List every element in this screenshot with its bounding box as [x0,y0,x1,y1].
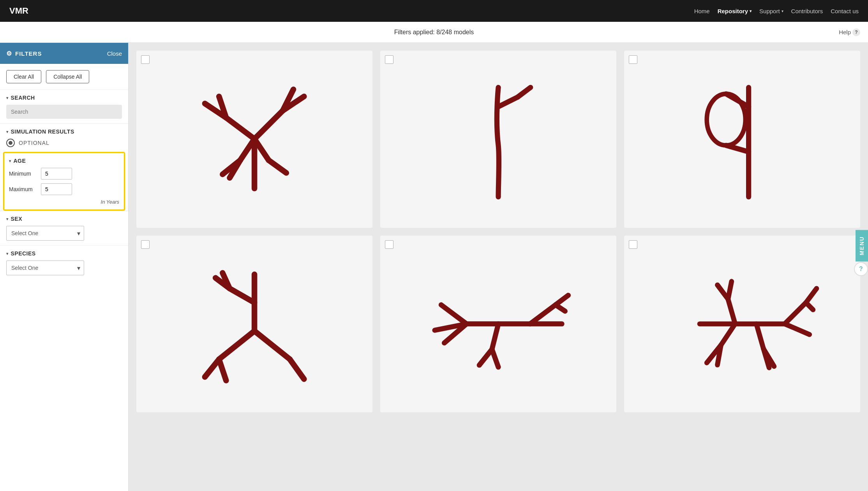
help-icon: ? [852,28,860,36]
age-chevron-icon: ▾ [9,159,11,163]
model-card-6-checkbox[interactable] [629,240,637,249]
close-button[interactable]: Close [107,50,122,57]
model-card-6[interactable] [624,236,860,413]
svg-line-37 [492,349,498,367]
search-input[interactable] [6,105,122,119]
svg-line-13 [518,88,531,97]
filters-applied-text: Filters applied: 8/248 models [394,29,474,36]
sidebar-scroll: ▾ SEARCH ▾ SIMULATION RESULTS OPTIONAL [0,90,128,491]
simulation-chevron-icon: ▾ [6,130,9,134]
nav-support[interactable]: Support ▾ [759,8,783,14]
svg-line-46 [721,324,735,345]
collapse-all-button[interactable]: Collapse All [46,70,89,83]
simulation-section-header[interactable]: ▾ SIMULATION RESULTS [6,128,122,135]
simulation-radio-row: OPTIONAL [6,139,122,147]
search-chevron-icon: ▾ [6,96,9,100]
age-maximum-label: Maximum [9,186,36,192]
repository-chevron-icon: ▾ [750,9,752,13]
age-minimum-input[interactable] [41,168,72,180]
species-chevron-icon: ▾ [6,252,9,256]
svg-line-31 [530,305,556,324]
species-section: ▾ SPECIES Select One Human Porcine Ovine… [0,245,128,280]
side-help-icon[interactable]: ? [854,262,868,276]
age-unit-label: In Years [9,199,119,205]
svg-line-22 [219,359,226,381]
model-card-5[interactable] [380,236,616,413]
age-maximum-input[interactable] [41,183,72,195]
model-card-2-image [416,68,581,210]
species-select[interactable]: Select One Human Porcine Ovine [6,260,84,275]
svg-line-35 [492,324,498,349]
svg-line-51 [764,348,769,368]
svg-line-39 [785,303,806,324]
simulation-radio-button[interactable] [6,139,15,147]
sex-select[interactable]: Select One Male Female Unknown [6,226,84,241]
svg-line-40 [806,289,817,303]
svg-line-20 [254,331,290,359]
sex-section: ▾ SEX Select One Male Female Unknown ▾ [0,211,128,245]
svg-line-12 [498,97,518,107]
sidebar-title: ⚙ FILTERS [6,50,42,57]
svg-line-36 [479,349,492,365]
nav-links: Home Repository ▾ Support ▾ Contributors… [694,8,859,14]
clear-all-button[interactable]: Clear All [6,70,41,83]
svg-line-17 [726,146,749,152]
help-button[interactable]: Help ? [839,28,860,36]
svg-line-2 [254,111,283,139]
svg-line-42 [785,324,810,334]
model-card-1-image [172,68,337,210]
model-card-4-checkbox[interactable] [141,240,150,249]
svg-line-45 [728,282,732,299]
model-card-2-checkbox[interactable] [385,55,393,64]
svg-line-19 [219,331,254,359]
sex-section-header[interactable]: ▾ SEX [6,216,122,222]
svg-line-48 [717,345,721,365]
species-select-wrapper: Select One Human Porcine Ovine ▾ [6,260,84,275]
model-card-3-image [660,68,825,210]
model-card-3[interactable] [624,51,860,228]
menu-tab[interactable]: MENU [856,230,868,261]
model-card-1-checkbox[interactable] [141,55,150,64]
svg-line-49 [756,324,763,349]
sidebar: ⚙ FILTERS Close Clear All Collapse All ▾… [0,43,129,491]
svg-line-28 [441,305,466,324]
model-card-6-image [660,253,825,395]
sidebar-header: ⚙ FILTERS Close [0,43,128,64]
svg-line-21 [205,359,219,377]
nav-contributors[interactable]: Contributors [791,8,823,14]
svg-line-1 [226,118,254,139]
main-layout: ⚙ FILTERS Close Clear All Collapse All ▾… [0,43,868,491]
svg-line-41 [806,303,813,310]
sex-chevron-icon: ▾ [6,217,9,221]
search-section: ▾ SEARCH [0,90,128,123]
age-minimum-label: Minimum [9,171,36,177]
support-chevron-icon: ▾ [782,9,783,13]
logo: VMR [9,6,28,16]
search-section-header[interactable]: ▾ SEARCH [6,95,122,101]
model-card-3-checkbox[interactable] [629,55,637,64]
svg-line-11 [268,160,286,173]
nav-contact-us[interactable]: Contact us [831,8,859,14]
age-section: ▾ AGE Minimum Maximum In Years [3,152,125,211]
model-card-2[interactable] [380,51,616,228]
model-card-5-checkbox[interactable] [385,240,393,249]
simulation-section: ▾ SIMULATION RESULTS OPTIONAL [0,123,128,152]
age-minimum-row: Minimum [9,168,119,180]
sub-header: Filters applied: 8/248 models Help ? [0,22,868,43]
nav-home[interactable]: Home [694,8,710,14]
simulation-radio-label: OPTIONAL [19,140,49,146]
model-card-1[interactable] [136,51,372,228]
model-grid [129,43,868,491]
model-card-4[interactable] [136,236,372,413]
svg-line-34 [556,305,565,311]
age-section-header[interactable]: ▾ AGE [9,158,119,164]
species-section-header[interactable]: ▾ SPECIES [6,250,122,257]
sex-select-wrapper: Select One Male Female Unknown ▾ [6,226,84,241]
top-navigation: VMR Home Repository ▾ Support ▾ Contribu… [0,0,868,22]
svg-line-23 [290,359,304,379]
radio-inner-dot [9,141,12,145]
age-maximum-row: Maximum [9,183,119,195]
sidebar-action-buttons: Clear All Collapse All [0,64,128,90]
filters-icon: ⚙ [6,50,12,57]
nav-repository[interactable]: Repository ▾ [718,8,752,14]
